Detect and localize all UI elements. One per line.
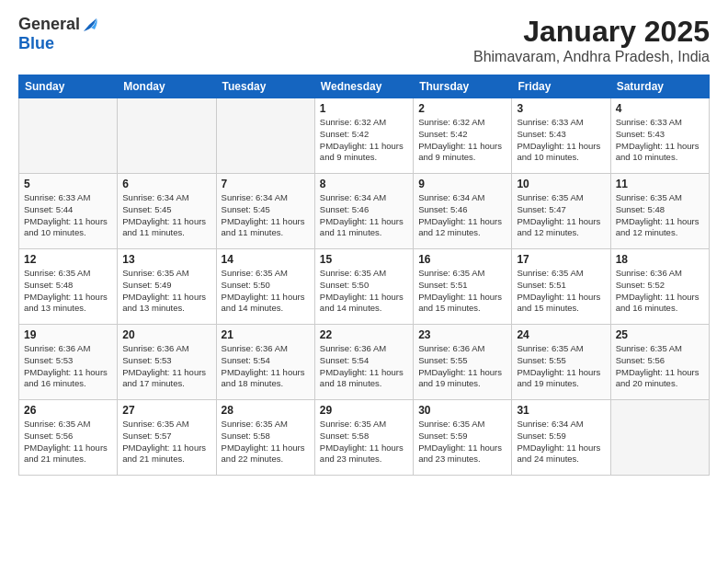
day-details: Sunrise: 6:35 AM Sunset: 5:56 PMDaylight… [24, 419, 112, 465]
col-thursday: Thursday [414, 75, 512, 98]
page: General Blue January 2025 Bhimavaram, An… [0, 0, 728, 563]
col-wednesday: Wednesday [314, 75, 413, 98]
col-saturday: Saturday [610, 75, 709, 98]
table-row: 21Sunrise: 6:36 AM Sunset: 5:54 PMDaylig… [216, 325, 314, 400]
logo-general: General [18, 16, 80, 34]
table-row: 3Sunrise: 6:33 AM Sunset: 5:43 PMDayligh… [512, 98, 610, 174]
table-row: 6Sunrise: 6:34 AM Sunset: 5:45 PMDayligh… [118, 174, 216, 249]
table-row: 10Sunrise: 6:35 AM Sunset: 5:47 PMDaylig… [512, 174, 610, 249]
day-number: 31 [517, 404, 605, 417]
day-number: 26 [24, 404, 112, 417]
day-details: Sunrise: 6:35 AM Sunset: 5:51 PMDaylight… [517, 268, 605, 315]
logo-text: General Blue [18, 15, 98, 53]
day-details: Sunrise: 6:33 AM Sunset: 5:43 PMDaylight… [517, 117, 605, 164]
table-row: 18Sunrise: 6:36 AM Sunset: 5:52 PMDaylig… [610, 249, 709, 325]
day-number: 27 [122, 404, 210, 417]
day-number: 23 [418, 328, 506, 341]
day-number: 29 [320, 404, 408, 417]
table-row: 7Sunrise: 6:34 AM Sunset: 5:45 PMDayligh… [216, 174, 314, 249]
day-details: Sunrise: 6:35 AM Sunset: 5:55 PMDaylight… [517, 343, 605, 390]
table-row: 1Sunrise: 6:32 AM Sunset: 5:42 PMDayligh… [314, 98, 413, 174]
day-details: Sunrise: 6:34 AM Sunset: 5:46 PMDaylight… [320, 192, 408, 239]
table-row: 12Sunrise: 6:35 AM Sunset: 5:48 PMDaylig… [19, 249, 118, 325]
day-details: Sunrise: 6:32 AM Sunset: 5:42 PMDaylight… [418, 117, 506, 164]
logo: General Blue [18, 15, 98, 53]
day-number: 6 [122, 178, 210, 190]
table-row: 20Sunrise: 6:36 AM Sunset: 5:53 PMDaylig… [118, 325, 216, 400]
day-details: Sunrise: 6:35 AM Sunset: 5:47 PMDaylight… [517, 192, 605, 239]
calendar-week-row: 1Sunrise: 6:32 AM Sunset: 5:42 PMDayligh… [19, 98, 710, 174]
day-details: Sunrise: 6:34 AM Sunset: 5:45 PMDaylight… [222, 192, 310, 239]
day-details: Sunrise: 6:35 AM Sunset: 5:49 PMDaylight… [122, 268, 210, 315]
day-number: 7 [222, 178, 310, 190]
table-row: 11Sunrise: 6:35 AM Sunset: 5:48 PMDaylig… [610, 174, 709, 249]
day-details: Sunrise: 6:33 AM Sunset: 5:44 PMDaylight… [24, 192, 112, 239]
table-row [118, 98, 216, 174]
table-row: 16Sunrise: 6:35 AM Sunset: 5:51 PMDaylig… [414, 249, 512, 325]
day-details: Sunrise: 6:36 AM Sunset: 5:53 PMDaylight… [24, 343, 112, 390]
day-details: Sunrise: 6:33 AM Sunset: 5:43 PMDaylight… [616, 117, 704, 164]
day-number: 22 [320, 328, 408, 341]
table-row: 8Sunrise: 6:34 AM Sunset: 5:46 PMDayligh… [314, 174, 413, 249]
table-row: 27Sunrise: 6:35 AM Sunset: 5:57 PMDaylig… [118, 400, 216, 476]
calendar-week-row: 5Sunrise: 6:33 AM Sunset: 5:44 PMDayligh… [19, 174, 710, 249]
day-details: Sunrise: 6:34 AM Sunset: 5:59 PMDaylight… [517, 419, 605, 465]
day-details: Sunrise: 6:34 AM Sunset: 5:45 PMDaylight… [122, 192, 210, 239]
table-row: 15Sunrise: 6:35 AM Sunset: 5:50 PMDaylig… [314, 249, 413, 325]
table-row: 14Sunrise: 6:35 AM Sunset: 5:50 PMDaylig… [216, 249, 314, 325]
calendar-subtitle: Bhimavaram, Andhra Pradesh, India [473, 49, 710, 65]
day-details: Sunrise: 6:35 AM Sunset: 5:57 PMDaylight… [122, 419, 210, 465]
col-friday: Friday [512, 75, 610, 98]
day-number: 21 [222, 328, 310, 341]
table-row: 4Sunrise: 6:33 AM Sunset: 5:43 PMDayligh… [610, 98, 709, 174]
day-number: 11 [616, 178, 704, 190]
day-details: Sunrise: 6:36 AM Sunset: 5:55 PMDaylight… [418, 343, 506, 390]
table-row: 17Sunrise: 6:35 AM Sunset: 5:51 PMDaylig… [512, 249, 610, 325]
day-details: Sunrise: 6:35 AM Sunset: 5:56 PMDaylight… [616, 343, 704, 390]
day-number: 24 [517, 328, 605, 341]
table-row: 22Sunrise: 6:36 AM Sunset: 5:54 PMDaylig… [314, 325, 413, 400]
table-row [19, 98, 118, 174]
calendar-table: Sunday Monday Tuesday Wednesday Thursday… [18, 75, 710, 476]
day-number: 16 [418, 253, 506, 266]
day-number: 4 [616, 102, 704, 115]
table-row [610, 400, 709, 476]
day-number: 10 [517, 178, 605, 190]
table-row: 24Sunrise: 6:35 AM Sunset: 5:55 PMDaylig… [512, 325, 610, 400]
day-number: 25 [616, 328, 704, 341]
day-number: 18 [616, 253, 704, 266]
day-number: 28 [222, 404, 310, 417]
calendar-week-row: 19Sunrise: 6:36 AM Sunset: 5:53 PMDaylig… [19, 325, 710, 400]
table-row: 30Sunrise: 6:35 AM Sunset: 5:59 PMDaylig… [414, 400, 512, 476]
logo-bird-icon [82, 15, 98, 35]
day-number: 9 [418, 178, 506, 190]
day-details: Sunrise: 6:36 AM Sunset: 5:53 PMDaylight… [122, 343, 210, 390]
table-row: 31Sunrise: 6:34 AM Sunset: 5:59 PMDaylig… [512, 400, 610, 476]
day-number: 8 [320, 178, 408, 190]
day-details: Sunrise: 6:34 AM Sunset: 5:46 PMDaylight… [418, 192, 506, 239]
title-section: January 2025 Bhimavaram, Andhra Pradesh,… [473, 15, 710, 65]
logo-blue: Blue [18, 35, 98, 53]
day-number: 15 [320, 253, 408, 266]
table-row [216, 98, 314, 174]
day-number: 12 [24, 253, 112, 266]
table-row: 13Sunrise: 6:35 AM Sunset: 5:49 PMDaylig… [118, 249, 216, 325]
table-row: 5Sunrise: 6:33 AM Sunset: 5:44 PMDayligh… [19, 174, 118, 249]
day-details: Sunrise: 6:35 AM Sunset: 5:50 PMDaylight… [222, 268, 310, 315]
day-details: Sunrise: 6:35 AM Sunset: 5:48 PMDaylight… [616, 192, 704, 239]
day-details: Sunrise: 6:32 AM Sunset: 5:42 PMDaylight… [320, 117, 408, 164]
table-row: 28Sunrise: 6:35 AM Sunset: 5:58 PMDaylig… [216, 400, 314, 476]
table-row: 26Sunrise: 6:35 AM Sunset: 5:56 PMDaylig… [19, 400, 118, 476]
day-number: 20 [122, 328, 210, 341]
col-monday: Monday [118, 75, 216, 98]
header: General Blue January 2025 Bhimavaram, An… [18, 15, 710, 65]
table-row: 25Sunrise: 6:35 AM Sunset: 5:56 PMDaylig… [610, 325, 709, 400]
day-number: 2 [418, 102, 506, 115]
calendar-week-row: 26Sunrise: 6:35 AM Sunset: 5:56 PMDaylig… [19, 400, 710, 476]
day-details: Sunrise: 6:35 AM Sunset: 5:58 PMDaylight… [222, 419, 310, 465]
day-number: 30 [418, 404, 506, 417]
day-details: Sunrise: 6:35 AM Sunset: 5:48 PMDaylight… [24, 268, 112, 315]
table-row: 9Sunrise: 6:34 AM Sunset: 5:46 PMDayligh… [414, 174, 512, 249]
day-details: Sunrise: 6:35 AM Sunset: 5:50 PMDaylight… [320, 268, 408, 315]
day-details: Sunrise: 6:36 AM Sunset: 5:54 PMDaylight… [222, 343, 310, 390]
